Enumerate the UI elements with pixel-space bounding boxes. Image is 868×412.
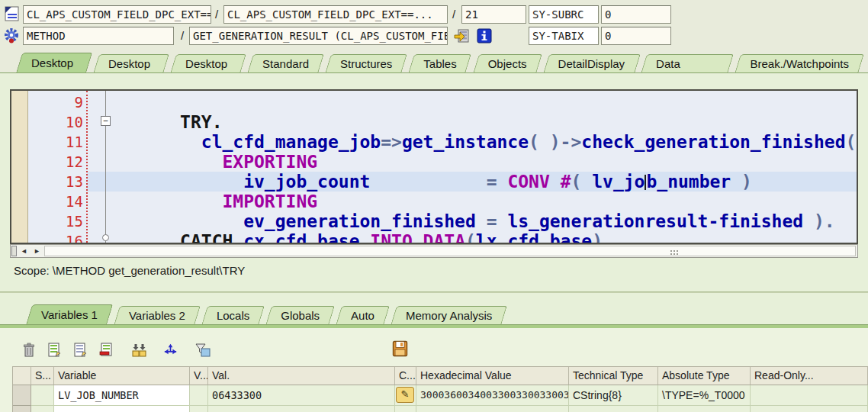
scroll-right-icon[interactable]: ► bbox=[31, 246, 43, 256]
tab-variables-1[interactable]: Variables 1 bbox=[29, 304, 110, 325]
code-lines: 910 TRY.11 cl_cfd_manage_job=>get_instan… bbox=[11, 92, 857, 244]
cell-val[interactable]: 06433300 bbox=[208, 385, 395, 406]
cell-variable[interactable]: LV_JOB_NUMBER bbox=[54, 385, 190, 406]
cell-technical-type: CString{8} bbox=[569, 385, 658, 406]
row-selector[interactable] bbox=[13, 385, 31, 406]
col-header-val: Val. bbox=[208, 367, 395, 385]
code-line-10: 10 TRY. bbox=[11, 112, 857, 132]
tab-tables[interactable]: Tables bbox=[411, 54, 468, 73]
display-list-icon[interactable] bbox=[72, 342, 89, 359]
cell-hexadecimal-value[interactable] bbox=[416, 406, 569, 412]
pencil-icon[interactable]: ✎ bbox=[396, 387, 414, 403]
col-header-read-only: Read-Only... bbox=[751, 367, 868, 385]
tab-label: DetailDisplay bbox=[546, 54, 638, 73]
scrollbar-track[interactable] bbox=[44, 246, 856, 256]
scope-kind-field[interactable]: METHOD bbox=[23, 27, 174, 45]
cell-read-only bbox=[751, 385, 868, 406]
linenumber-divider bbox=[86, 91, 88, 243]
main-program-field[interactable]: CL_APS_CUSTOM_FIELD_DPC_EXT==... bbox=[23, 5, 211, 24]
event-field[interactable]: GET_GENERATION_RESULT (CL_APS_CUSTOM_FIE… bbox=[189, 27, 448, 45]
tab-break-watchpoints[interactable]: Break./Watchpoints bbox=[738, 54, 861, 73]
cell-technical-type bbox=[569, 406, 658, 412]
tab-locals[interactable]: Locals bbox=[204, 306, 262, 325]
code-line-16: 16 CATCH cx_cfd_base INTO DATA(lx_cfd_ba… bbox=[11, 231, 857, 244]
tab-label: Globals bbox=[268, 306, 332, 325]
code-line-9: 9 bbox=[11, 92, 857, 112]
cell-val[interactable] bbox=[208, 406, 395, 412]
horizontal-scrollbar[interactable]: ◄ ► bbox=[10, 244, 858, 258]
tab-standard[interactable]: Standard bbox=[250, 54, 321, 73]
line-number: 13 bbox=[30, 172, 83, 192]
code-text: CATCH cx_cfd_base INTO DATA(lx_cfd_base) bbox=[117, 231, 603, 244]
fold-collapse-icon[interactable]: − bbox=[101, 116, 111, 126]
code-text: EXPORTING bbox=[117, 152, 317, 172]
code-line-14: 14 IMPORTING bbox=[11, 192, 857, 211]
line-number: 14 bbox=[30, 192, 83, 211]
line-number: 11 bbox=[30, 132, 83, 152]
tab-label: Objects bbox=[476, 54, 539, 73]
tab-globals[interactable]: Globals bbox=[268, 306, 332, 325]
include-field[interactable]: CL_APS_CUSTOM_FIELD_DPC_EXT==... bbox=[223, 5, 448, 24]
line-number: 16 bbox=[30, 231, 83, 244]
scope-text: Scope: \METHOD get_generation_result\TRY bbox=[14, 264, 245, 277]
sy-tabix-value-field[interactable]: 0 bbox=[601, 27, 671, 45]
gear-icon bbox=[3, 27, 20, 44]
filter-icon[interactable] bbox=[194, 342, 211, 359]
insert-columns-icon[interactable] bbox=[130, 342, 147, 359]
tab-auto[interactable]: Auto bbox=[339, 306, 387, 325]
tab-structures[interactable]: Structures bbox=[328, 54, 404, 73]
change-list-icon[interactable] bbox=[46, 342, 63, 359]
goto-statement-icon[interactable] bbox=[454, 28, 471, 43]
tab-memory-analysis[interactable]: Memory Analysis bbox=[394, 306, 504, 325]
sy-tabix-label-field[interactable]: SY-TABIX bbox=[529, 27, 599, 45]
tab-label: Memory Analysis bbox=[394, 306, 504, 325]
line-number: 10 bbox=[30, 112, 83, 132]
cell-read-only bbox=[751, 406, 868, 412]
tab-detaildisplay[interactable]: DetailDisplay bbox=[546, 54, 638, 73]
tab-variables-2[interactable]: Variables 2 bbox=[117, 306, 198, 325]
cell-v bbox=[190, 385, 208, 406]
row-selector[interactable] bbox=[13, 406, 31, 412]
variables-table: S...VariableV...Val.C...Hexadecimal Valu… bbox=[12, 366, 868, 412]
cell-s bbox=[31, 385, 54, 406]
cell-s bbox=[31, 406, 54, 412]
debugger-main-panel: 910 TRY.11 cl_cfd_manage_job=>get_instan… bbox=[0, 73, 868, 328]
tab-data-explorer[interactable]: Data Explorer bbox=[644, 54, 731, 73]
scrollbar-grip[interactable] bbox=[670, 250, 672, 252]
cell-hexadecimal-value[interactable]: 3000360034003300330033003300... bbox=[416, 385, 569, 406]
variables-toolbar bbox=[20, 342, 211, 360]
scrollbar-splitter[interactable] bbox=[11, 246, 17, 256]
col-header-absolute-type: Absolute Type bbox=[658, 367, 751, 385]
tab-desktop-1[interactable]: Desktop 1 bbox=[19, 53, 89, 73]
line-number-field[interactable]: 21 bbox=[461, 5, 526, 24]
tab-objects[interactable]: Objects bbox=[476, 54, 539, 73]
line-number: 12 bbox=[30, 152, 83, 172]
cell-absolute-type: \TYPE=%_T0000 bbox=[658, 385, 751, 406]
remove-row-icon[interactable] bbox=[98, 342, 115, 359]
tab-label: Structures bbox=[328, 54, 404, 73]
line-number: 9 bbox=[30, 92, 83, 112]
tab-desktop-3[interactable]: Desktop 3 bbox=[173, 54, 243, 73]
tab-desktop-2[interactable]: Desktop 2 bbox=[96, 54, 166, 73]
field-separator: / bbox=[181, 29, 184, 42]
delete-icon[interactable] bbox=[20, 342, 37, 359]
code-line-11: 11 cl_cfd_manage_job=>get_instance( )->c… bbox=[11, 132, 857, 152]
col-header-technical-type: Technical Type bbox=[569, 367, 658, 385]
tab-label: Auto bbox=[339, 306, 387, 325]
code-text: IMPORTING bbox=[117, 192, 317, 211]
code-line-12: 12 EXPORTING bbox=[11, 152, 857, 172]
info-icon[interactable] bbox=[477, 28, 492, 43]
cell-variable[interactable] bbox=[54, 406, 190, 412]
code-editor[interactable]: 910 TRY.11 cl_cfd_manage_job=>get_instan… bbox=[10, 89, 858, 244]
variables-tabstrip: Variables 1Variables 2LocalsGlobalsAutoM… bbox=[29, 304, 511, 325]
cell-change bbox=[395, 406, 416, 412]
sy-subrc-label-field[interactable]: SY-SUBRC bbox=[529, 5, 599, 24]
code-text: cl_cfd_manage_job=>get_instance( )->chec… bbox=[117, 132, 856, 152]
fold-structure-line bbox=[105, 91, 106, 243]
col-header-hexadecimal-value: Hexadecimal Value bbox=[416, 367, 569, 385]
field-separator: / bbox=[452, 8, 455, 21]
scroll-left-icon[interactable]: ◄ bbox=[18, 246, 30, 256]
save-icon[interactable] bbox=[391, 340, 409, 357]
swap-icon[interactable] bbox=[162, 342, 179, 359]
sy-subrc-value-field[interactable]: 0 bbox=[601, 5, 671, 24]
